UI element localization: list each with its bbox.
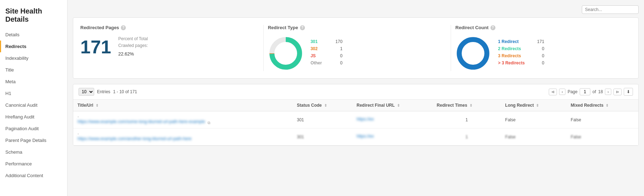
next-page-button[interactable]: › <box>605 89 611 95</box>
cell-long-redirect-1: False <box>501 111 567 128</box>
sidebar-item-additional-content[interactable]: Additional Content <box>0 170 67 181</box>
legend-value-302: 1 <box>332 46 343 51</box>
redirect-count-donut <box>455 36 491 71</box>
legend-label-other: Other <box>311 60 325 65</box>
sidebar-item-redirects[interactable]: Redirects <box>0 41 67 52</box>
legend-value-301: 170 <box>332 39 343 44</box>
redirected-pages-percent-value: 22.62% <box>118 51 148 58</box>
rc-row-2: 2 Redirects 0 <box>498 46 544 51</box>
entries-label: Entries <box>97 89 110 94</box>
table-row: - https://www.example.com/another-long-b… <box>73 128 638 145</box>
url-link-2[interactable]: https://www.example.com/another-long-blu… <box>77 136 192 141</box>
sort-icon-mixed-redirects[interactable]: ⇕ <box>606 104 608 107</box>
redirect-type-info-icon[interactable]: ? <box>300 25 305 30</box>
rc-label-1redirect: 1 Redirect <box>498 39 530 44</box>
sidebar-item-schema[interactable]: Schema <box>0 146 67 158</box>
total-pages: 18 <box>598 89 603 94</box>
url-cell-1: https://www.example.com/some-long-blurre… <box>77 119 288 125</box>
rc-label-gt3redirects: > 3 Redirects <box>498 60 530 65</box>
cell-mixed-redirects-2: False <box>567 128 638 145</box>
cell-title-url-2: - https://www.example.com/another-long-b… <box>73 128 293 145</box>
url-cell-2: https://www.example.com/another-long-blu… <box>77 136 288 142</box>
url-link-1[interactable]: https://www.example.com/some-long-blurre… <box>77 119 205 124</box>
sort-icon-redirect-final-url[interactable]: ⇕ <box>397 104 400 107</box>
redirect-type-legend: 301 170 302 1 JS 0 Other <box>311 39 343 68</box>
legend-value-other: 0 <box>332 60 343 65</box>
legend-label-js: JS <box>311 53 325 58</box>
legend-row-301: 301 170 <box>311 39 343 44</box>
sort-icon-status-code[interactable]: ⇕ <box>324 104 327 107</box>
sidebar-item-performance[interactable]: Performance <box>0 158 67 170</box>
cell-long-redirect-2: False <box>501 128 567 145</box>
page-title: Site Health Details <box>0 4 67 29</box>
table-header-row: Title/Url ⇕ Status Code ⇕ Redirect Final… <box>73 100 638 111</box>
redirected-pages-info-icon[interactable]: ? <box>121 25 126 30</box>
redirect-count-card: Redirect Count ? 1 Redirec <box>455 25 631 71</box>
rc-row-3: 3 Redirects 0 <box>498 53 544 58</box>
sort-icon-redirect-times[interactable]: ⇕ <box>469 104 472 107</box>
redirect-count-title: Redirect Count ? <box>455 25 631 30</box>
of-label: of <box>592 89 596 94</box>
sidebar-item-parent-page-details[interactable]: Parent Page Details <box>0 134 67 146</box>
redirected-pages-percent-info: Percent of Total Crawled pages: 22.62% <box>118 36 148 58</box>
final-url-2[interactable]: https://ex <box>356 134 374 139</box>
rc-row-gt3: > 3 Redirects 0 <box>498 60 544 65</box>
svg-point-6 <box>464 44 482 62</box>
main-content: Redirected Pages ? 171 Percent of Total … <box>68 0 644 196</box>
legend-row-js: JS 0 <box>311 53 343 58</box>
title-dash-1: - <box>77 114 288 119</box>
col-long-redirect: Long Redirect ⇕ <box>501 100 567 111</box>
search-input[interactable] <box>582 5 639 14</box>
cell-redirect-times-2: 1 <box>433 128 501 145</box>
redirect-count-info-icon[interactable]: ? <box>490 25 495 30</box>
table-section: 10 25 50 Entries 1 - 10 of 171 ⊲ ‹ Page … <box>73 84 639 146</box>
redirect-type-card: Redirect Type ? <box>268 25 451 71</box>
final-url-1[interactable]: https://ex <box>356 117 374 122</box>
sidebar-item-h1[interactable]: H1 <box>0 88 67 99</box>
rc-value-3redirects: 0 <box>542 53 544 58</box>
prev-page-button[interactable]: ‹ <box>559 89 565 95</box>
redirected-pages-content: 171 Percent of Total Crawled pages: 22.6… <box>80 36 256 58</box>
rc-value-2redirects: 0 <box>542 46 544 51</box>
range-label: 1 - 10 of 171 <box>113 89 137 94</box>
cell-title-url-1: - https://www.example.com/some-long-blur… <box>73 111 293 128</box>
sidebar-item-details[interactable]: Details <box>0 29 67 41</box>
last-page-button[interactable]: ⊳ <box>613 89 622 95</box>
table-row: - https://www.example.com/some-long-blur… <box>73 111 638 128</box>
redirect-type-title: Redirect Type ? <box>268 25 444 30</box>
redirected-pages-count: 171 <box>80 38 111 56</box>
redirect-count-legend: 1 Redirect 171 2 Redirects 0 3 Redirects… <box>498 39 544 68</box>
table-controls: 10 25 50 Entries 1 - 10 of 171 ⊲ ‹ Page … <box>73 84 638 100</box>
download-button[interactable]: ⬇ <box>624 88 633 96</box>
sidebar-item-title[interactable]: Title <box>0 64 67 76</box>
entries-select[interactable]: 10 25 50 <box>79 88 94 96</box>
page-input[interactable] <box>580 88 590 95</box>
rc-value-1redirect: 171 <box>537 39 544 44</box>
first-page-button[interactable]: ⊲ <box>549 89 557 95</box>
sidebar-item-hreflang-audit[interactable]: Hreflang Audit <box>0 111 67 123</box>
sort-icon-title-url[interactable]: ⇕ <box>96 104 98 107</box>
sidebar-item-canonical-audit[interactable]: Canonical Audit <box>0 99 67 111</box>
sidebar-item-indexability[interactable]: Indexability <box>0 52 67 64</box>
col-status-code: Status Code ⇕ <box>293 100 352 111</box>
page-label: Page <box>568 89 578 94</box>
cell-mixed-redirects-1: False <box>567 111 638 128</box>
redirect-count-donut-section: 1 Redirect 171 2 Redirects 0 3 Redirects… <box>455 36 631 71</box>
sort-icon-long-redirect[interactable]: ⇕ <box>536 104 539 107</box>
col-title-url: Title/Url ⇕ <box>73 100 293 111</box>
legend-row-other: Other 0 <box>311 60 343 65</box>
data-table: Title/Url ⇕ Status Code ⇕ Redirect Final… <box>73 100 638 145</box>
col-redirect-final-url: Redirect Final URL ⇕ <box>352 100 433 111</box>
top-bar <box>73 5 639 14</box>
legend-label-302: 302 <box>311 46 325 51</box>
sidebar-item-meta[interactable]: Meta <box>0 76 67 88</box>
redirected-pages-title: Redirected Pages ? <box>80 25 256 30</box>
copy-icon-1[interactable]: ⧉ <box>208 121 210 125</box>
cell-status-code-2: 301 <box>293 128 352 145</box>
sidebar-item-pagination-audit[interactable]: Pagination Audit <box>0 123 67 134</box>
rc-label-2redirects: 2 Redirects <box>498 46 530 51</box>
svg-point-3 <box>277 44 295 62</box>
redirect-type-donut-section: 301 170 302 1 JS 0 Other <box>268 36 444 71</box>
col-redirect-times: Redirect Times ⇕ <box>433 100 501 111</box>
redirected-pages-card: Redirected Pages ? 171 Percent of Total … <box>80 25 264 71</box>
